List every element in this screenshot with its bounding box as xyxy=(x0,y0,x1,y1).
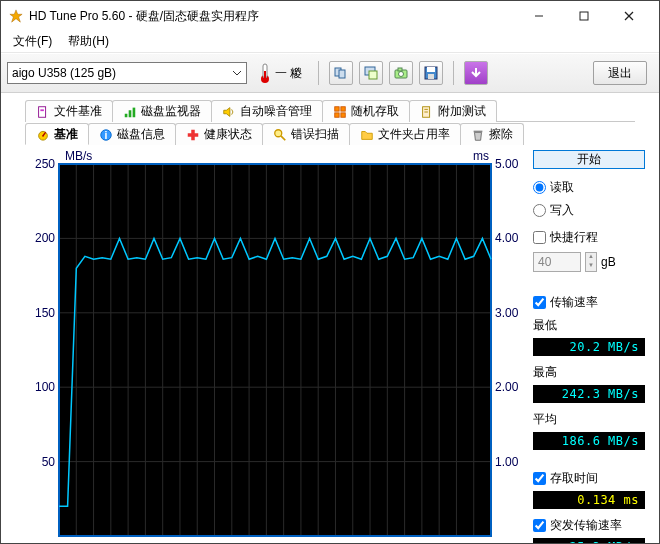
options-button[interactable] xyxy=(464,61,488,85)
transfer-rate-checkbox[interactable] xyxy=(533,296,546,309)
speaker-icon xyxy=(222,105,236,119)
svg-rect-24 xyxy=(341,106,345,110)
start-button[interactable]: 开始 xyxy=(533,150,645,169)
content: MB/s50100150200250ms1.002.003.004.005.00… xyxy=(1,144,659,544)
svg-line-38 xyxy=(281,135,285,139)
svg-rect-19 xyxy=(40,109,44,111)
exit-button[interactable]: 退出 xyxy=(593,61,647,85)
svg-point-32 xyxy=(42,135,44,137)
short-stroke-checkbox[interactable] xyxy=(533,231,546,244)
mode-read-row[interactable]: 读取 xyxy=(533,179,645,196)
copy-info-button[interactable] xyxy=(329,61,353,85)
svg-rect-25 xyxy=(335,112,339,116)
burst-rate-row[interactable]: 突发传输速率 xyxy=(533,517,645,534)
stat-min-label: 最低 xyxy=(533,317,645,334)
save-button[interactable] xyxy=(419,61,443,85)
access-time-label: 存取时间 xyxy=(550,470,598,487)
mode-write-radio[interactable] xyxy=(533,204,546,217)
device-selector[interactable]: aigo U358 (125 gB) xyxy=(7,62,247,84)
svg-rect-16 xyxy=(427,67,435,72)
burst-rate-checkbox[interactable] xyxy=(533,519,546,532)
tab-file-benchmark[interactable]: 文件基准 xyxy=(25,100,113,122)
access-time-row[interactable]: 存取时间 xyxy=(533,470,645,487)
svg-text:3.00: 3.00 xyxy=(495,306,519,320)
close-button[interactable] xyxy=(606,2,651,30)
mode-write-row[interactable]: 写入 xyxy=(533,202,645,219)
svg-rect-9 xyxy=(339,70,345,78)
svg-rect-22 xyxy=(133,107,136,117)
random-access-icon xyxy=(333,105,347,119)
health-icon xyxy=(186,128,200,142)
menubar: 文件(F) 帮助(H) xyxy=(1,31,659,53)
window-controls xyxy=(516,2,651,30)
access-time-checkbox[interactable] xyxy=(533,472,546,485)
svg-rect-2 xyxy=(580,12,588,20)
svg-text:200: 200 xyxy=(35,231,55,245)
screenshot-button[interactable] xyxy=(389,61,413,85)
mode-write-label: 写入 xyxy=(550,202,574,219)
stat-max-value: 242.3 MB/s xyxy=(533,385,645,403)
extra-tests-icon xyxy=(420,105,434,119)
svg-text:1.00: 1.00 xyxy=(495,455,519,469)
folder-icon xyxy=(360,128,374,142)
short-stroke-input xyxy=(533,252,581,272)
burst-rate-label: 突发传输速率 xyxy=(550,517,622,534)
svg-rect-26 xyxy=(341,112,345,116)
menu-help[interactable]: 帮助(H) xyxy=(62,31,115,52)
tab-extra-tests[interactable]: 附加测试 xyxy=(409,100,497,122)
svg-text:100: 100 xyxy=(35,380,55,394)
svg-rect-21 xyxy=(129,110,132,117)
svg-rect-11 xyxy=(369,71,377,79)
chart-svg: MB/s50100150200250ms1.002.003.004.005.00 xyxy=(25,146,525,544)
file-benchmark-icon xyxy=(36,105,50,119)
copy-screenshot-button[interactable] xyxy=(359,61,383,85)
svg-marker-0 xyxy=(10,10,22,22)
svg-rect-17 xyxy=(428,74,434,79)
short-stroke-row[interactable]: 快捷行程 xyxy=(533,229,645,246)
stat-max-label: 最高 xyxy=(533,364,645,381)
svg-rect-40 xyxy=(59,164,491,536)
mode-read-label: 读取 xyxy=(550,179,574,196)
svg-rect-23 xyxy=(335,106,339,110)
svg-text:2.00: 2.00 xyxy=(495,380,519,394)
tab-aam[interactable]: 自动噪音管理 xyxy=(211,100,323,122)
tab-disk-monitor[interactable]: 磁盘监视器 xyxy=(112,100,212,122)
svg-text:4.00: 4.00 xyxy=(495,231,519,245)
svg-point-13 xyxy=(399,72,404,77)
svg-text:150: 150 xyxy=(35,306,55,320)
app-icon xyxy=(9,9,23,23)
svg-text:i: i xyxy=(105,128,108,140)
svg-text:ms: ms xyxy=(473,149,489,163)
mode-read-radio[interactable] xyxy=(533,181,546,194)
tab-folder-usage[interactable]: 文件夹占用率 xyxy=(349,123,461,145)
device-selector-value: aigo U358 (125 gB) xyxy=(12,66,116,80)
transfer-rate-row[interactable]: 传输速率 xyxy=(533,294,645,311)
svg-text:250: 250 xyxy=(35,157,55,171)
titlebar: HD Tune Pro 5.60 - 硬盘/固态硬盘实用程序 xyxy=(1,1,659,31)
tab-health[interactable]: 健康状态 xyxy=(175,123,263,145)
tab-benchmark[interactable]: 基准 xyxy=(25,123,89,145)
toolbar: aigo U358 (125 gB) 一 糉 退出 xyxy=(1,53,659,93)
svg-point-37 xyxy=(275,129,282,136)
stat-avg-value: 186.6 MB/s xyxy=(533,432,645,450)
stat-access-value: 0.134 ms xyxy=(533,491,645,509)
benchmark-chart: MB/s50100150200250ms1.002.003.004.005.00 xyxy=(25,146,525,544)
short-stroke-label: 快捷行程 xyxy=(550,229,598,246)
info-icon: i xyxy=(99,128,113,142)
minimize-button[interactable] xyxy=(516,2,561,30)
transfer-rate-label: 传输速率 xyxy=(550,294,598,311)
tab-error-scan[interactable]: 错误扫描 xyxy=(262,123,350,145)
trash-icon xyxy=(471,128,485,142)
menu-file[interactable]: 文件(F) xyxy=(7,31,58,52)
tab-erase[interactable]: 擦除 xyxy=(460,123,524,145)
svg-text:MB/s: MB/s xyxy=(65,149,92,163)
stat-avg-label: 平均 xyxy=(533,411,645,428)
svg-rect-7 xyxy=(264,71,266,80)
svg-rect-36 xyxy=(188,133,199,137)
tab-disk-info[interactable]: i 磁盘信息 xyxy=(88,123,176,145)
svg-text:5.00: 5.00 xyxy=(495,157,519,171)
chevron-down-icon xyxy=(232,68,242,78)
maximize-button[interactable] xyxy=(561,2,606,30)
tab-random-access[interactable]: 随机存取 xyxy=(322,100,410,122)
window-title: HD Tune Pro 5.60 - 硬盘/固态硬盘实用程序 xyxy=(29,8,259,25)
